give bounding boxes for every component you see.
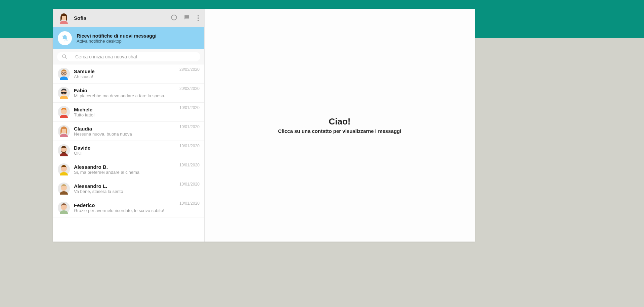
bell-off-icon bbox=[58, 31, 72, 45]
chat-item[interactable]: Michele Tutto fatto! 10/01/2020 bbox=[53, 103, 204, 122]
contact-avatar bbox=[58, 87, 70, 99]
self-avatar[interactable] bbox=[58, 12, 70, 24]
message-date: 10/01/2020 bbox=[179, 105, 200, 110]
message-date: 10/01/2020 bbox=[179, 144, 200, 148]
welcome-title: Ciao! bbox=[329, 116, 351, 127]
message-date: 20/03/2020 bbox=[179, 86, 200, 91]
contact-avatar bbox=[58, 163, 70, 175]
message-date: 10/01/2020 bbox=[179, 163, 200, 167]
search-icon bbox=[62, 54, 67, 59]
message-date: 10/01/2020 bbox=[179, 124, 200, 129]
message-preview: Va bene, stasera la sento bbox=[74, 189, 200, 194]
svg-point-2 bbox=[172, 15, 177, 20]
search-wrap bbox=[57, 52, 200, 61]
message-preview: Ah scusa! bbox=[74, 74, 200, 79]
search-bar bbox=[53, 49, 204, 64]
status-icon[interactable] bbox=[171, 14, 177, 22]
new-chat-icon[interactable] bbox=[183, 14, 190, 22]
contact-avatar bbox=[58, 106, 70, 118]
notification-link[interactable]: Attiva notifiche desktop bbox=[77, 39, 157, 44]
header-icons bbox=[171, 14, 200, 22]
notification-title: Ricevi notifiche di nuovi messaggi bbox=[77, 33, 157, 39]
sidebar: Sofia Ricevi notifiche di nuovi messaggi… bbox=[53, 9, 205, 242]
message-preview: Mi piacerebbe ma devo andare a fare la s… bbox=[74, 93, 200, 98]
message-preview: OK!! bbox=[74, 151, 200, 156]
message-preview: Grazie per avermelo ricordato, le scrivo… bbox=[74, 208, 200, 213]
chat-item[interactable]: Samuele Ah scusa! 28/03/2020 bbox=[53, 64, 204, 84]
notification-banner[interactable]: Ricevi notifiche di nuovi messaggi Attiv… bbox=[53, 27, 204, 49]
chat-item[interactable]: Davide OK!! 10/01/2020 bbox=[53, 141, 204, 160]
notification-texts: Ricevi notifiche di nuovi messaggi Attiv… bbox=[77, 33, 157, 44]
chat-item[interactable]: Federico Grazie per avermelo ricordato, … bbox=[53, 198, 204, 217]
chat-list[interactable]: Samuele Ah scusa! 28/03/2020 Fabio Mi pi… bbox=[53, 64, 204, 242]
chat-item[interactable]: Fabio Mi piacerebbe ma devo andare a far… bbox=[53, 84, 204, 103]
self-username: Sofia bbox=[74, 15, 167, 21]
contact-avatar bbox=[58, 144, 70, 156]
message-date: 10/01/2020 bbox=[179, 201, 200, 206]
message-date: 28/03/2020 bbox=[179, 67, 200, 72]
search-input[interactable] bbox=[75, 54, 196, 59]
contact-avatar bbox=[58, 125, 70, 137]
sidebar-header: Sofia bbox=[53, 9, 204, 27]
chat-item[interactable]: Alessandro L. Va bene, stasera la sento … bbox=[53, 179, 204, 198]
contact-avatar bbox=[58, 68, 70, 80]
menu-icon[interactable] bbox=[198, 15, 199, 21]
message-preview: Tutto fatto! bbox=[74, 112, 200, 117]
contact-avatar bbox=[58, 183, 70, 195]
main-panel: Ciao! Clicca su una contatto per visuali… bbox=[205, 9, 475, 242]
chat-item[interactable]: Alessandro B. Si, ma preferirei andare a… bbox=[53, 160, 204, 179]
message-date: 10/01/2020 bbox=[179, 182, 200, 187]
chat-app-window: Sofia Ricevi notifiche di nuovi messaggi… bbox=[53, 9, 475, 242]
svg-rect-12 bbox=[64, 92, 67, 94]
contact-avatar bbox=[58, 202, 70, 214]
message-preview: Nessuna nuova, buona nuova bbox=[74, 132, 200, 137]
welcome-subtitle: Clicca su una contatto per visualizzarne… bbox=[278, 128, 401, 134]
svg-rect-11 bbox=[61, 92, 64, 94]
message-preview: Si, ma preferirei andare al cinema bbox=[74, 170, 200, 175]
chat-item[interactable]: Claudia Nessuna nuova, buona nuova 10/01… bbox=[53, 122, 204, 141]
